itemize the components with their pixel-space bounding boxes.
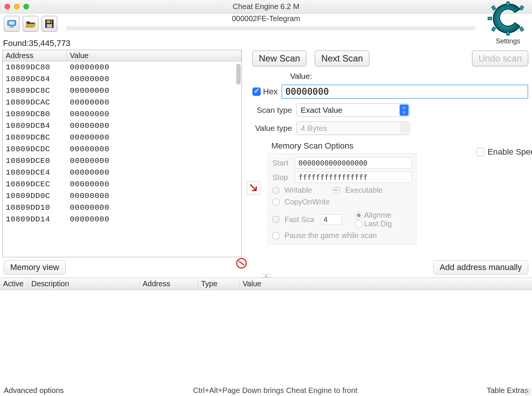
new-scan-button[interactable]: New Scan bbox=[252, 51, 306, 66]
folder-open-icon bbox=[26, 20, 35, 28]
gear-c-icon bbox=[486, 2, 530, 35]
fast-scan-value-input[interactable] bbox=[321, 214, 342, 225]
svg-rect-6 bbox=[50, 21, 51, 23]
close-window-icon[interactable] bbox=[5, 4, 10, 9]
table-extras-link[interactable]: Table Extras bbox=[487, 386, 528, 395]
pause-game-label: Pause the game while scan bbox=[284, 231, 377, 240]
enable-speedhack-row: Enable Speedha bbox=[476, 147, 532, 157]
pause-game-checkbox[interactable] bbox=[272, 232, 279, 239]
hex-label: Hex bbox=[263, 87, 278, 97]
minimize-window-icon[interactable] bbox=[14, 4, 20, 9]
scan-type-select[interactable]: Exact Value bbox=[297, 103, 410, 117]
svg-rect-9 bbox=[488, 17, 492, 20]
result-row[interactable]: 10809DCBC00000000 bbox=[3, 132, 241, 143]
writable-checkbox[interactable] bbox=[272, 187, 279, 194]
alignment-radio[interactable] bbox=[355, 212, 363, 219]
result-row[interactable]: 10809DCE000000000 bbox=[3, 155, 241, 167]
attached-process-label: 000002FE-Telegram bbox=[0, 14, 532, 23]
svg-rect-5 bbox=[47, 24, 52, 28]
result-row[interactable]: 10809DC8400000000 bbox=[3, 73, 241, 85]
result-row[interactable]: 10809DC8C00000000 bbox=[3, 85, 241, 97]
resize-grip-icon[interactable] bbox=[524, 388, 531, 395]
save-button[interactable] bbox=[42, 16, 57, 32]
svg-rect-2 bbox=[10, 26, 14, 28]
stop-address-input[interactable] bbox=[295, 172, 412, 183]
results-scrollbar[interactable] bbox=[236, 64, 241, 84]
enable-speedhack-checkbox[interactable] bbox=[476, 148, 484, 156]
computer-icon bbox=[7, 19, 17, 29]
open-file-button[interactable] bbox=[23, 16, 38, 32]
result-row[interactable]: 10809DCEC00000000 bbox=[3, 178, 241, 190]
lower-controls: Memory view Add address manually bbox=[0, 257, 532, 278]
column-header-value[interactable]: Value bbox=[67, 50, 241, 61]
svg-rect-10 bbox=[519, 5, 524, 11]
result-row[interactable]: 10809DCB000000000 bbox=[3, 108, 241, 120]
cheat-engine-logo[interactable]: Settings bbox=[486, 2, 530, 45]
found-count: 35,445,773 bbox=[29, 38, 71, 48]
result-row[interactable]: 10809DCDC00000000 bbox=[3, 143, 241, 155]
value-label: Value: bbox=[290, 72, 528, 81]
window-title: Cheat Engine 6.2 M bbox=[0, 2, 532, 11]
window-controls bbox=[5, 4, 29, 9]
value-type-value: 4 Bytes bbox=[301, 124, 327, 133]
advanced-options-link[interactable]: Advanced options bbox=[4, 386, 64, 395]
copyonwrite-checkbox[interactable] bbox=[272, 199, 279, 206]
select-process-button[interactable] bbox=[4, 16, 20, 32]
add-selected-to-list-button[interactable] bbox=[247, 181, 260, 195]
result-row[interactable]: 10809DD1400000000 bbox=[3, 213, 241, 225]
scan-results-list[interactable]: Address Value 10809DC8000000000 10809DC8… bbox=[2, 50, 242, 257]
arrow-down-right-icon bbox=[249, 184, 258, 192]
executable-label: Executable bbox=[345, 186, 383, 195]
found-label: Found: bbox=[3, 38, 29, 48]
result-row[interactable]: 10809DCE400000000 bbox=[3, 167, 241, 178]
fade-overlay bbox=[3, 250, 241, 257]
footer-hint: Ctrl+Alt+Page Down brings Cheat Engine t… bbox=[64, 386, 487, 395]
result-row[interactable]: 10809DCAC00000000 bbox=[3, 97, 241, 108]
scan-progress-bar bbox=[66, 26, 475, 30]
column-header-address[interactable]: Address bbox=[140, 278, 198, 290]
results-body[interactable]: 10809DC8000000000 10809DC8400000000 1080… bbox=[3, 61, 241, 257]
maximize-window-icon[interactable] bbox=[23, 4, 29, 9]
column-header-value[interactable]: Value bbox=[240, 278, 532, 290]
executable-checkbox[interactable] bbox=[333, 187, 340, 194]
writable-label: Writable bbox=[284, 186, 312, 195]
svg-rect-8 bbox=[506, 31, 510, 35]
chevron-updown-icon bbox=[400, 123, 409, 134]
enable-speedhack-label: Enable Speedha bbox=[487, 147, 532, 157]
splitter-handle[interactable] bbox=[261, 274, 271, 278]
result-row[interactable]: 10809DD0C00000000 bbox=[3, 190, 241, 202]
result-row[interactable]: 10809DC8000000000 bbox=[3, 61, 241, 73]
result-row[interactable]: 10809DD1000000000 bbox=[3, 202, 241, 213]
start-address-input[interactable] bbox=[295, 157, 412, 169]
copyonwrite-label: CopyOnWrite bbox=[284, 198, 330, 206]
scan-type-label: Scan type bbox=[252, 106, 292, 115]
last-digits-radio[interactable] bbox=[355, 220, 363, 228]
alignment-label: Alignme bbox=[364, 211, 391, 219]
undo-scan-button[interactable]: Undo scan bbox=[472, 51, 528, 66]
memory-view-button[interactable]: Memory view bbox=[4, 260, 66, 275]
floppy-disk-icon bbox=[45, 19, 54, 28]
column-header-type[interactable]: Type bbox=[198, 278, 240, 290]
fast-scan-checkbox[interactable] bbox=[272, 216, 279, 223]
column-header-active[interactable]: Active bbox=[0, 278, 28, 290]
clear-list-icon[interactable] bbox=[236, 258, 247, 269]
status-bar: Advanced options Ctrl+Alt+Page Down brin… bbox=[0, 385, 532, 396]
add-address-manually-button[interactable]: Add address manually bbox=[433, 260, 528, 275]
titlebar: Cheat Engine 6.2 M bbox=[0, 0, 532, 14]
found-count-label: Found:35,445,773 bbox=[0, 37, 532, 50]
start-label: Start bbox=[272, 159, 295, 167]
column-header-description[interactable]: Description bbox=[28, 278, 140, 290]
address-table-header: Active Description Address Type Value bbox=[0, 278, 532, 290]
settings-link[interactable]: Settings bbox=[486, 37, 530, 45]
value-type-select[interactable]: 4 Bytes bbox=[297, 121, 410, 135]
main-row: Address Value 10809DC8000000000 10809DC8… bbox=[0, 50, 532, 257]
scan-value-input[interactable] bbox=[281, 84, 528, 99]
address-table[interactable]: Active Description Address Type Value bbox=[0, 278, 532, 371]
column-header-address[interactable]: Address bbox=[3, 50, 67, 61]
last-digits-label: Last Dig bbox=[364, 219, 392, 228]
result-row[interactable]: 10809DCB400000000 bbox=[3, 120, 241, 132]
scan-type-value: Exact Value bbox=[301, 106, 343, 115]
svg-rect-13 bbox=[519, 26, 524, 32]
hex-checkbox[interactable] bbox=[252, 87, 261, 96]
next-scan-button[interactable]: Next Scan bbox=[315, 51, 369, 66]
